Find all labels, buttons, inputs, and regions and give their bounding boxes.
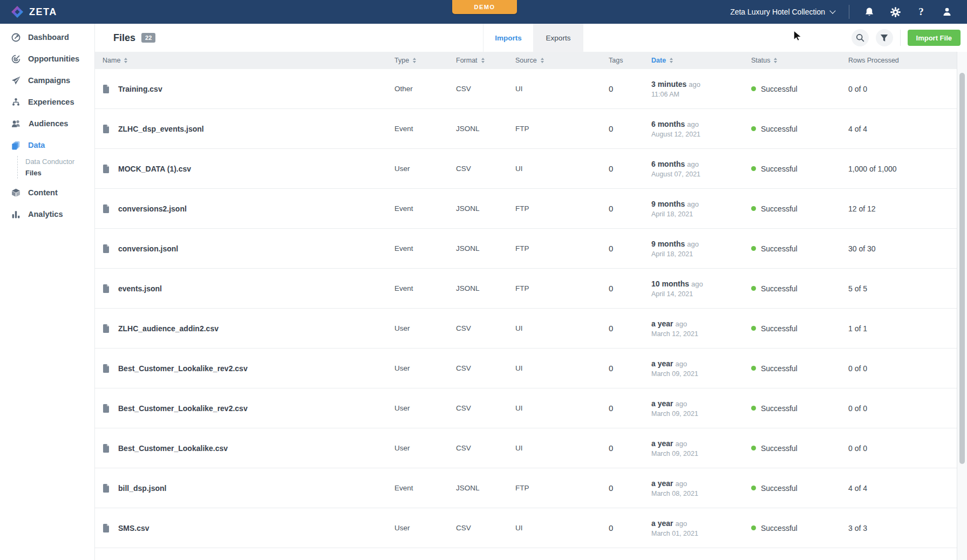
sidebar-item-campaigns[interactable]: Campaigns [0, 70, 94, 91]
file-name: MOCK_DATA (1).csv [118, 165, 191, 173]
date-ago-suffix: ago [675, 440, 687, 448]
format-cell: CSV [456, 444, 515, 452]
date-absolute: March 09, 2021 [651, 410, 751, 418]
rows-processed-cell: 30 of 30 [848, 244, 949, 253]
experiences-flow-icon [11, 98, 21, 107]
source-cell: UI [515, 165, 609, 173]
status-label: Successful [761, 404, 798, 413]
status-cell: Successful [751, 364, 848, 373]
status-dot [751, 406, 756, 411]
page-header: Files 22 Imports Exports [95, 24, 967, 52]
rows-processed-cell: 4 of 4 [848, 484, 949, 493]
table-row[interactable]: conversions2.jsonl Event JSONL FTP 0 9 m… [95, 189, 967, 229]
date-cell: 9 monthsago April 18, 2021 [651, 200, 751, 218]
sort-icon [541, 58, 544, 63]
file-name: events.jsonl [118, 284, 162, 293]
date-relative: 10 months [651, 279, 689, 288]
sidebar-item-audiences[interactable]: Audiences [0, 113, 94, 134]
status-cell: Successful [751, 85, 848, 93]
format-cell: JSONL [456, 244, 515, 252]
org-selector[interactable]: Zeta Luxury Hotel Collection [730, 8, 835, 16]
table-row[interactable]: bill_dsp.jsonl Event JSONL FTP 0 a yeara… [95, 468, 967, 508]
help-icon[interactable]: ? [915, 6, 927, 18]
sidebar-subitem-files[interactable]: Files [25, 167, 94, 179]
org-name: Zeta Luxury Hotel Collection [730, 8, 825, 16]
name-cell: bill_dsp.jsonl [103, 484, 394, 493]
status-cell: Successful [751, 444, 848, 453]
import-file-button[interactable]: Import File [908, 30, 961, 46]
table-row[interactable]: MOCK_DATA (1).csv User CSV UI 0 6 months… [95, 149, 967, 189]
date-relative: a year [651, 359, 673, 368]
type-cell: Other [394, 85, 456, 93]
notifications-bell-icon[interactable] [863, 6, 875, 18]
date-cell: a yearago March 09, 2021 [651, 399, 751, 418]
table-row[interactable]: conversion.jsonl Event JSONL FTP 0 9 mon… [95, 229, 967, 269]
column-header-type[interactable]: Type [394, 57, 456, 64]
tab-exports[interactable]: Exports [533, 24, 583, 52]
status-dot [751, 366, 756, 371]
type-cell: User [394, 364, 456, 372]
table-row[interactable]: Best_Customer_Lookalike_rev2.csv User CS… [95, 388, 967, 428]
opportunities-target-icon [11, 54, 21, 64]
column-header-name[interactable]: Name [103, 57, 394, 64]
column-header-status[interactable]: Status [751, 57, 848, 64]
date-ago-suffix: ago [687, 120, 699, 128]
status-label: Successful [761, 284, 798, 293]
tags-cell: 0 [609, 284, 651, 293]
tags-cell: 0 [609, 84, 651, 93]
type-cell: User [394, 165, 456, 173]
sidebar-item-dashboard[interactable]: Dashboard [0, 26, 94, 48]
date-ago-suffix: ago [691, 280, 703, 288]
analytics-bars-icon [11, 210, 21, 219]
table-row[interactable]: ZLHC_audience_addin2.csv User CSV UI 0 a… [95, 309, 967, 349]
column-header-format[interactable]: Format [456, 57, 515, 64]
rows-processed-cell: 0 of 0 [848, 444, 949, 453]
status-cell: Successful [751, 244, 848, 253]
type-cell: User [394, 324, 456, 332]
user-profile-icon[interactable] [941, 6, 953, 18]
sidebar-item-content[interactable]: Content [0, 182, 94, 203]
settings-gear-icon[interactable] [889, 6, 901, 18]
file-icon [103, 125, 110, 133]
name-cell: Best_Customer_Lookalike_rev2.csv [103, 364, 394, 373]
sidebar-item-analytics[interactable]: Analytics [0, 203, 94, 225]
table-row[interactable]: Best_Customer_Lookalike_rev2.csv User CS… [95, 349, 967, 388]
search-button[interactable] [852, 29, 869, 46]
table-row[interactable]: SMS.csv User CSV UI 0 a yearago March 01… [95, 508, 967, 548]
table-row[interactable]: Best_Customer_Lookalike.csv User CSV UI … [95, 428, 967, 468]
file-icon [103, 404, 110, 413]
sidebar-subitem-data-conductor[interactable]: Data Conductor [25, 156, 94, 167]
scrollbar-thumb[interactable] [959, 73, 965, 464]
file-icon [103, 85, 110, 93]
date-ago-suffix: ago [675, 480, 687, 488]
date-relative: 3 minutes [651, 80, 686, 88]
status-dot [751, 326, 756, 331]
tab-imports[interactable]: Imports [483, 24, 533, 52]
date-cell: a yearago March 09, 2021 [651, 439, 751, 457]
tags-cell: 0 [609, 324, 651, 333]
tabs: Imports Exports [483, 24, 583, 52]
sidebar-item-data[interactable]: Data [0, 134, 94, 156]
files-count-badge: 22 [141, 33, 155, 43]
source-cell: UI [515, 444, 609, 452]
status-label: Successful [761, 444, 798, 453]
column-header-date[interactable]: Date [651, 57, 751, 64]
sidebar-item-opportunities[interactable]: Opportunities [0, 48, 94, 70]
data-submenu: Data Conductor Files [17, 156, 94, 179]
file-icon [103, 244, 110, 253]
column-header-source[interactable]: Source [515, 57, 609, 64]
sidebar-item-experiences[interactable]: Experiences [0, 91, 94, 113]
table-row[interactable]: Training.csv Other CSV UI 0 3 minutesago… [95, 69, 967, 109]
rows-processed-cell: 12 of 12 [848, 204, 949, 213]
brand-name: ZETA [29, 6, 57, 18]
table-row[interactable]: ZLHC_dsp_events.jsonl Event JSONL FTP 0 … [95, 109, 967, 149]
filter-button[interactable] [876, 29, 893, 46]
table-row[interactable]: events.jsonl Event JSONL FTP 0 10 months… [95, 269, 967, 309]
date-ago-suffix: ago [675, 360, 687, 368]
source-cell: UI [515, 324, 609, 332]
date-absolute: April 18, 2021 [651, 210, 751, 218]
status-label: Successful [761, 125, 798, 133]
status-dot [751, 166, 756, 171]
filter-funnel-icon [880, 34, 888, 42]
file-name: conversions2.jsonl [118, 204, 187, 213]
